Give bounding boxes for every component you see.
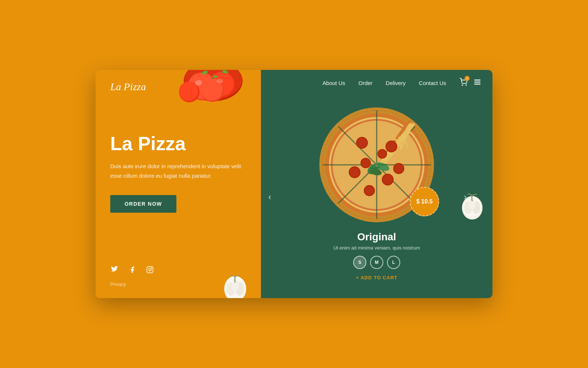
svg-point-41 [386,141,397,152]
svg-point-17 [151,268,152,269]
logo-text: La Pizza [110,81,146,92]
carousel-next-button[interactable]: › [460,188,470,206]
carousel-prev-button[interactable]: ‹ [265,188,275,206]
svg-point-39 [357,138,367,148]
nav-contact-us[interactable]: Contact Us [419,80,446,86]
page-wrapper: La Pizza La Pizza Duis aute irure dolor … [96,70,492,298]
hero-content: La Pizza Duis aute irure dolor in repreh… [110,133,246,247]
order-now-button[interactable]: ORDER NOW [110,195,176,213]
svg-point-51 [361,159,370,167]
svg-point-49 [394,164,404,173]
svg-point-45 [383,174,393,185]
svg-point-9 [179,82,198,101]
svg-rect-15 [147,267,153,273]
hero-desc: Duis aute irure dolor in reprehenderit i… [110,162,246,180]
tomatoes-decoration [173,70,254,110]
size-small-button[interactable]: S [353,256,366,269]
left-panel: La Pizza La Pizza Duis aute irure dolor … [96,70,261,298]
nav-icons: 0 [459,78,481,88]
right-panel: About Us Order Delivery Contact Us 0 [261,70,492,298]
svg-point-47 [365,186,374,195]
instagram-icon[interactable] [146,265,154,274]
add-to-cart-button[interactable]: + ADD TO CART [356,275,397,280]
svg-point-43 [349,167,360,177]
cart-badge: 0 [465,76,470,81]
pizza-description: Ut enim ad minima veniam, quis nostrum [333,245,420,251]
price-badge: $ 10.5 [410,187,439,216]
facebook-icon[interactable] [128,265,137,274]
nav-delivery[interactable]: Delivery [386,80,406,86]
pizza-container: $ 10.5 [318,106,435,224]
garlic-bottom-decoration [220,269,250,298]
svg-point-23 [462,85,463,85]
cart-button[interactable]: 0 [459,78,467,88]
nav-order[interactable]: Order [358,80,372,86]
size-selector: S M L [353,256,400,269]
hero-title: La Pizza [110,133,246,154]
pizza-name: Original [357,231,396,243]
nav-about-us[interactable]: About Us [323,80,345,86]
svg-point-53 [378,150,386,158]
hamburger-menu-icon[interactable] [473,78,481,88]
size-medium-button[interactable]: M [370,256,383,269]
twitter-icon[interactable] [110,265,119,274]
svg-point-24 [466,85,466,85]
pizza-area: ‹ [261,96,492,298]
nav-bar: About Us Order Delivery Contact Us 0 [261,70,492,96]
size-large-button[interactable]: L [387,256,400,269]
svg-point-16 [149,269,151,271]
